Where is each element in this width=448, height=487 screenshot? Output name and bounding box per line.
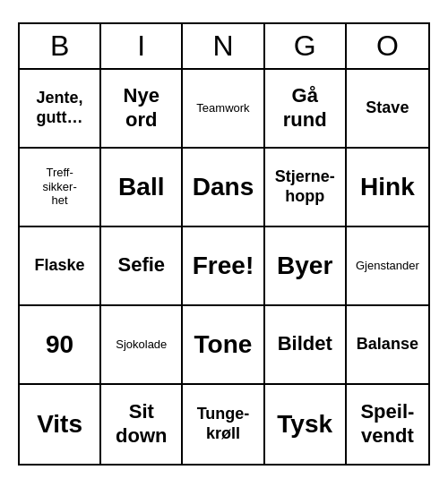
cell-text-11: Sefie xyxy=(117,253,165,277)
cell-text-8: Stjerne- hopp xyxy=(275,167,335,206)
cell-text-23: Tysk xyxy=(277,409,332,440)
cell-text-24: Speil- vendt xyxy=(360,400,414,448)
bingo-cell-15: 90 xyxy=(20,306,101,385)
cell-text-19: Balanse xyxy=(357,335,418,355)
cell-text-18: Bildet xyxy=(278,332,332,355)
cell-text-3: Gå rund xyxy=(283,84,327,132)
bingo-cell-6: Ball xyxy=(101,149,183,227)
bingo-cell-10: Flaske xyxy=(20,227,101,306)
bingo-cell-19: Balanse xyxy=(347,306,428,385)
bingo-cell-1: Nye ord xyxy=(101,70,183,149)
bingo-cell-17: Tone xyxy=(183,306,264,385)
cell-text-1: Nye ord xyxy=(124,84,159,132)
bingo-cell-11: Sefie xyxy=(101,227,183,306)
cell-text-16: Sjokolade xyxy=(116,337,167,352)
bingo-cell-5: Treff- sikker- het xyxy=(20,149,101,227)
bingo-grid: Jente, gutt…Nye ordTeamworkGå rundStaveT… xyxy=(20,70,428,464)
bingo-cell-13: Byer xyxy=(265,227,347,306)
cell-text-13: Byer xyxy=(277,251,332,281)
header-letter-O: O xyxy=(347,24,428,68)
bingo-cell-22: Tunge- krøll xyxy=(183,385,264,464)
bingo-cell-21: Sit down xyxy=(101,385,183,464)
bingo-cell-3: Gå rund xyxy=(265,70,347,149)
bingo-cell-9: Hink xyxy=(347,149,428,227)
bingo-cell-4: Stave xyxy=(347,70,428,149)
cell-text-4: Stave xyxy=(366,98,409,118)
bingo-cell-24: Speil- vendt xyxy=(347,385,428,464)
cell-text-14: Gjenstander xyxy=(356,259,419,273)
bingo-cell-20: Vits xyxy=(20,385,101,464)
cell-text-7: Dans xyxy=(193,172,254,202)
header-letter-I: I xyxy=(101,24,183,68)
bingo-cell-2: Teamwork xyxy=(183,70,264,149)
bingo-cell-18: Bildet xyxy=(265,306,347,385)
header-letter-B: B xyxy=(20,24,101,68)
header-letter-G: G xyxy=(265,24,347,68)
cell-text-17: Tone xyxy=(194,329,253,360)
bingo-cell-14: Gjenstander xyxy=(347,227,428,306)
cell-text-5: Treff- sikker- het xyxy=(42,166,76,208)
bingo-card: BINGO Jente, gutt…Nye ordTeamworkGå rund… xyxy=(18,22,430,466)
bingo-cell-23: Tysk xyxy=(265,385,347,464)
bingo-header: BINGO xyxy=(20,24,428,70)
cell-text-21: Sit down xyxy=(116,400,167,448)
cell-text-9: Hink xyxy=(360,172,415,202)
bingo-cell-0: Jente, gutt… xyxy=(20,70,101,149)
cell-text-15: 90 xyxy=(46,329,73,360)
bingo-cell-7: Dans xyxy=(183,149,264,227)
cell-text-12: Free! xyxy=(193,251,254,281)
bingo-cell-8: Stjerne- hopp xyxy=(265,149,347,227)
cell-text-22: Tunge- krøll xyxy=(197,405,250,443)
header-letter-N: N xyxy=(183,24,264,68)
cell-text-10: Flaske xyxy=(35,256,85,276)
cell-text-0: Jente, gutt… xyxy=(37,89,83,127)
cell-text-6: Ball xyxy=(118,172,164,202)
cell-text-2: Teamwork xyxy=(196,101,249,115)
cell-text-20: Vits xyxy=(37,409,82,440)
bingo-cell-16: Sjokolade xyxy=(101,306,183,385)
bingo-cell-12: Free! xyxy=(183,227,264,306)
